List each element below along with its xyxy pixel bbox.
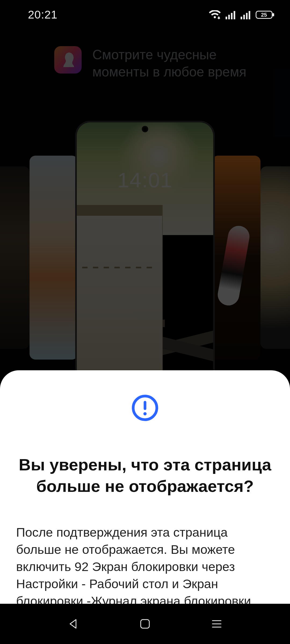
confirmation-dialog[interactable]: Вы уверены, что эта страница больше не о…: [0, 370, 290, 604]
back-button[interactable]: [64, 614, 83, 633]
svg-rect-5: [243, 15, 245, 19]
triangle-back-icon: [67, 618, 79, 630]
wallpaper-preview-image: [77, 122, 213, 409]
svg-rect-11: [144, 401, 146, 410]
dialog-body: После подтверждения эта страница больше …: [16, 524, 274, 610]
promo-header: Смотрите чудесные моменты в любое время: [0, 46, 290, 80]
preview-clock: 14:01: [77, 168, 213, 192]
dialog-title: Вы уверены, что эта страница больше не о…: [17, 454, 273, 497]
svg-rect-0: [226, 17, 227, 19]
wallpaper-thumb[interactable]: [260, 166, 290, 349]
status-time: 20:21: [28, 8, 57, 21]
promo-text: Смотрите чудесные моменты в любое время: [92, 46, 271, 80]
alert-icon: [130, 393, 160, 422]
svg-rect-1: [228, 15, 230, 19]
svg-rect-4: [241, 17, 242, 19]
wallpaper-thumb[interactable]: [212, 156, 260, 360]
phone-notch: [143, 127, 147, 131]
phone-preview[interactable]: 14:01: [75, 121, 215, 411]
wallpaper-thumb[interactable]: [30, 156, 78, 360]
svg-rect-6: [246, 13, 248, 19]
svg-rect-7: [249, 11, 250, 19]
recents-button[interactable]: [207, 614, 226, 633]
status-icons: 25: [209, 10, 275, 19]
svg-point-12: [143, 412, 147, 415]
battery-icon: 25: [256, 10, 275, 19]
signal-icon: [241, 10, 251, 19]
battery-percent-text: 25: [261, 12, 267, 18]
signal-icon: [226, 10, 236, 19]
wifi-icon: [209, 10, 221, 19]
svg-rect-9: [273, 13, 274, 16]
profile-silhouette-icon: [59, 50, 77, 69]
menu-recents-icon: [211, 619, 222, 629]
svg-rect-3: [234, 11, 235, 19]
status-bar: 20:21: [0, 0, 290, 30]
screen-root: Смотрите чудесные моменты в любое время …: [0, 0, 290, 644]
wallpaper-thumb[interactable]: [0, 166, 30, 349]
svg-rect-2: [231, 13, 233, 19]
svg-rect-13: [141, 620, 149, 628]
navigation-bar: [0, 604, 290, 644]
square-home-icon: [140, 619, 150, 629]
app-icon: [54, 46, 82, 74]
home-button[interactable]: [136, 614, 154, 633]
